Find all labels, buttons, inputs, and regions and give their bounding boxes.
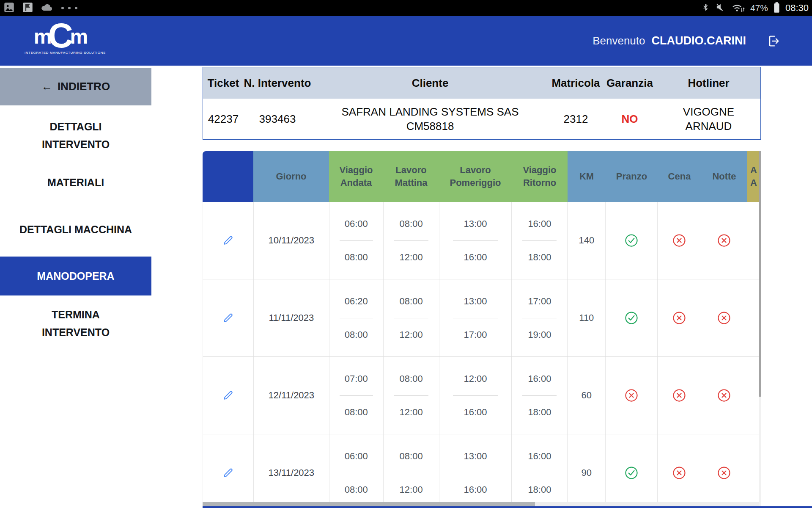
app-header: m C m INTEGRATED MANUFACTURING SOLUTIONS… xyxy=(0,16,812,66)
header-cena: Cena xyxy=(658,151,701,202)
header-viaggio-ritorno: Viaggio Ritorno xyxy=(512,151,568,202)
info-value-ticket: 42237 xyxy=(203,99,244,139)
sidebar-item-dettagli-intervento[interactable]: DETTAGLI INTERVENTO xyxy=(0,109,151,162)
viaggio-andata-cell: 06:0008:00 xyxy=(329,202,384,279)
back-button[interactable]: ← INDIETRO xyxy=(0,68,151,105)
status-bar: 47% 08:30 xyxy=(0,0,812,16)
battery-icon xyxy=(773,1,780,15)
table-row: 11/11/2023 06:2008:00 08:0012:00 13:0017… xyxy=(203,279,759,357)
cross-icon xyxy=(672,465,687,480)
cloud-icon xyxy=(41,2,53,14)
viaggio-ritorno-cell: 16:0018:00 xyxy=(512,434,568,508)
status-bar-left xyxy=(3,0,77,16)
info-header-cliente: Cliente xyxy=(311,67,549,99)
info-table-header: Ticket N. Intervento Cliente Matricola G… xyxy=(203,67,760,99)
date-cell: 13/11/2023 xyxy=(254,434,329,508)
pencil-icon xyxy=(222,312,234,324)
cena-status-cell xyxy=(658,202,701,279)
manodopera-table-header: Giorno Viaggio Andata Lavoro Mattina Lav… xyxy=(203,151,759,202)
notte-status-cell xyxy=(701,434,747,508)
screenshot-icon xyxy=(3,2,15,15)
lavoro-mattina-cell: 08:0012:00 xyxy=(384,279,439,356)
header-km: KM xyxy=(568,151,606,202)
notte-status-cell xyxy=(701,357,747,434)
sidebar-item-materiali[interactable]: MATERIALI xyxy=(0,170,151,195)
info-header-garanzia: Garanzia xyxy=(603,67,657,99)
logo-letter: C xyxy=(48,20,73,51)
cena-status-cell xyxy=(658,357,701,434)
check-icon xyxy=(624,465,639,480)
logout-button[interactable] xyxy=(766,34,781,48)
sidebar: ← INDIETRO DETTAGLI INTERVENTO MATERIALI… xyxy=(0,66,152,508)
check-icon xyxy=(624,233,639,248)
vertical-scrollbar[interactable] xyxy=(759,151,761,508)
cena-status-cell xyxy=(658,279,701,356)
info-header-hotliner: Hotliner xyxy=(657,67,760,99)
cross-icon xyxy=(716,465,732,480)
pencil-icon xyxy=(222,234,234,247)
edit-row-button[interactable] xyxy=(222,234,234,247)
intervention-info-table: Ticket N. Intervento Cliente Matricola G… xyxy=(203,67,761,140)
header-pranzo: Pranzo xyxy=(606,151,658,202)
pranzo-status-cell xyxy=(606,279,658,356)
mcm-logo-word: m C m xyxy=(25,21,96,52)
sidebar-item-manodopera[interactable]: MANODOPERA xyxy=(0,257,151,295)
status-clock: 08:30 xyxy=(785,3,809,14)
table-row: 13/11/2023 06:0008:00 08:0012:00 13:0016… xyxy=(203,434,759,508)
partial-cell xyxy=(747,202,759,279)
edit-row-button[interactable] xyxy=(222,467,234,479)
logout-icon xyxy=(766,34,781,48)
pranzo-status-cell xyxy=(606,434,658,508)
lavoro-pomeriggio-cell: 12:0016:00 xyxy=(439,357,512,434)
bluetooth-icon xyxy=(701,2,710,14)
info-header-ticket: Ticket xyxy=(203,67,244,99)
more-dots-icon xyxy=(61,7,77,9)
lavoro-mattina-cell: 08:0012:00 xyxy=(384,357,439,434)
vertical-scrollbar-thumb[interactable] xyxy=(759,151,761,397)
pranzo-status-cell xyxy=(606,357,658,434)
lavoro-mattina-cell: 08:0012:00 xyxy=(384,202,439,279)
pencil-icon xyxy=(222,389,234,402)
date-cell: 10/11/2023 xyxy=(254,202,329,279)
cross-icon xyxy=(672,388,687,403)
cross-icon xyxy=(716,310,732,326)
main-content: Ticket N. Intervento Cliente Matricola G… xyxy=(152,66,812,508)
viaggio-andata-cell: 06:0008:00 xyxy=(329,434,384,508)
mcm-logo: m C m INTEGRATED MANUFACTURING SOLUTIONS xyxy=(25,21,96,55)
info-value-hotliner: VIGOGNE ARNAUD xyxy=(657,99,760,139)
lavoro-mattina-cell: 08:0012:00 xyxy=(384,434,439,508)
status-bar-right: 47% 08:30 xyxy=(701,0,809,16)
pencil-icon xyxy=(222,467,234,479)
sidebar-item-dettagli-macchina[interactable]: DETTAGLI MACCHINA xyxy=(0,203,151,256)
horizontal-scrollbar-thumb[interactable] xyxy=(203,502,535,506)
partial-cell xyxy=(747,434,759,508)
info-table-values: 42237 393463 SAFRAN LANDING SYSTEMS SAS … xyxy=(203,99,760,139)
welcome-text: Benvenuto xyxy=(593,34,645,47)
partial-cell xyxy=(747,279,759,356)
cena-status-cell xyxy=(658,434,701,508)
edit-row-button[interactable] xyxy=(222,312,234,324)
header-edit-column xyxy=(203,151,253,202)
cross-icon xyxy=(672,233,687,248)
km-cell: 90 xyxy=(568,434,606,508)
info-value-garanzia: NO xyxy=(603,99,657,139)
header-lavoro-pomeriggio: Lavoro Pomeriggio xyxy=(439,151,512,202)
back-label: INDIETRO xyxy=(58,80,110,93)
header-viaggio-andata: Viaggio Andata xyxy=(329,151,383,202)
mute-icon xyxy=(715,2,726,14)
manodopera-table: Giorno Viaggio Andata Lavoro Mattina Lav… xyxy=(203,151,759,508)
bottom-accent-bar xyxy=(203,506,812,508)
wifi-icon xyxy=(731,2,745,14)
info-header-matricola: Matricola xyxy=(549,67,603,99)
table-row: 12/11/2023 07:0008:00 08:0012:00 12:0016… xyxy=(203,357,759,434)
table-row: 10/11/2023 06:0008:00 08:0012:00 13:0016… xyxy=(203,202,759,279)
cross-icon xyxy=(672,310,687,326)
horizontal-scrollbar[interactable] xyxy=(203,502,759,506)
notification-flag-icon xyxy=(22,2,33,15)
sidebar-item-termina-intervento[interactable]: TERMINA INTERVENTO xyxy=(0,297,151,350)
username: CLAUDIO.CARINI xyxy=(652,34,746,47)
edit-row-button[interactable] xyxy=(222,389,234,402)
km-cell: 60 xyxy=(568,357,606,434)
viaggio-ritorno-cell: 17:0019:00 xyxy=(512,279,568,356)
km-cell: 140 xyxy=(568,202,606,279)
